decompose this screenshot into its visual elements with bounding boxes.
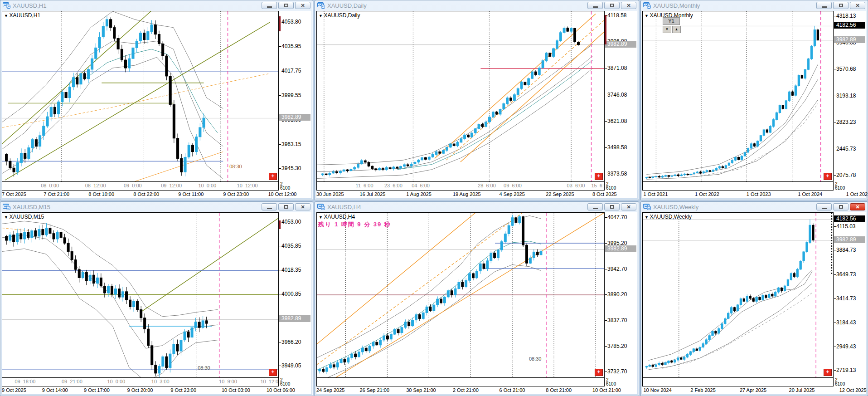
time-axis[interactable]: 30 Jun 202516 Jul 20251 Aug 202519 Aug 2… [316, 191, 637, 198]
session-label: 15_6:00 [591, 183, 605, 188]
session-label: 28_6:00 [478, 183, 496, 188]
price-axis[interactable]: 4053.004035.854018.354000.853966.203949.… [279, 212, 311, 378]
window-titlebar[interactable]: XAUUSD,H1✕ [0, 0, 313, 10]
current-price-tag: 3982.89 [834, 236, 865, 243]
time-axis-label: 10 Oct 03:00 [222, 387, 250, 393]
price-axis-label: 3884.73 [836, 247, 856, 253]
chart-plot-area[interactable]: ▼ XAUUSD,MonthlyY1▼▲+ [642, 11, 834, 182]
price-axis[interactable]: 4053.804035.954017.753999.553981.353963.… [279, 11, 311, 182]
window-controls: ✕ [587, 2, 636, 9]
bar-countdown-text: 残り 1 時間 9 分 39 秒 [318, 220, 391, 229]
session-label: 09_12:00 [161, 183, 182, 188]
price-axis[interactable]: 4118.583996.083871.083746.083621.083498.… [605, 11, 637, 182]
add-object-button[interactable]: + [824, 369, 832, 376]
time-axis-label: 1 Oct 2024 [798, 191, 822, 197]
time-axis[interactable]: 9 Oct 20259 Oct 14:009 Oct 17:009 Oct 20… [2, 386, 311, 394]
restore-button[interactable] [833, 203, 849, 210]
minimize-button[interactable] [587, 203, 603, 210]
session-label: 10_0:00 [198, 183, 216, 188]
current-price-tag: 3982.89 [834, 36, 865, 43]
time-axis-label: 8 Oct 22:00 [133, 191, 159, 197]
volume-scale-value: 6100 [606, 382, 637, 386]
chart-plot-area[interactable]: ▼ XAUUSD,H4残り 1 時間 9 分 39 秒+08:30 [316, 212, 605, 378]
price-axis-label: 3570.68 [836, 66, 856, 72]
time-axis-label: 20 Jul 2025 [789, 387, 815, 393]
close-button[interactable]: ✕ [295, 203, 310, 210]
time-axis-label: 22 Sep 2025 [546, 191, 574, 197]
high-price-tag: 4182.56 [834, 22, 865, 29]
add-object-button[interactable]: + [595, 173, 603, 180]
close-button[interactable]: ✕ [295, 2, 310, 9]
minimize-icon [267, 208, 272, 209]
minimize-button[interactable] [587, 2, 603, 9]
minimize-button[interactable] [262, 2, 277, 9]
time-marker-label: 08:30 [198, 365, 210, 371]
time-axis-label: 2 Oct 21:00 [453, 387, 479, 393]
restore-button[interactable] [278, 2, 294, 9]
chart-frame: ▼ XAUUSD,H4残り 1 時間 9 分 39 秒+08:304047.70… [316, 212, 637, 394]
price-chart-canvas[interactable] [643, 213, 833, 377]
time-axis-label: 1 Aug 2025 [406, 191, 432, 197]
time-axis-label: 19 Aug 2025 [453, 191, 481, 197]
add-object-button[interactable]: + [595, 369, 603, 376]
price-axis[interactable]: 4047.703995.203942.703890.203837.703785.… [605, 212, 637, 378]
close-button[interactable]: ✕ [850, 203, 865, 210]
close-button[interactable]: ✕ [850, 2, 865, 9]
restore-button[interactable] [833, 2, 849, 9]
window-titlebar[interactable]: XAUUSD,Monthly✕ [641, 0, 868, 10]
restore-button[interactable] [604, 203, 620, 210]
session-strip [642, 378, 834, 386]
price-chart-canvas[interactable] [317, 11, 604, 181]
minimize-button[interactable] [262, 203, 277, 210]
add-object-button[interactable]: + [824, 173, 832, 180]
time-axis[interactable]: 7 Oct 20257 Oct 21:008 Oct 10:008 Oct 22… [2, 191, 311, 198]
window-title: XAUUSD,Weekly [653, 204, 698, 210]
price-axis[interactable]: 4318.133940.683570.683193.182823.232445.… [834, 11, 866, 182]
session-label: 09_0:00 [124, 183, 142, 188]
time-axis[interactable]: 10 Nov 20242 Feb 202527 Apr 202520 Jul 2… [642, 386, 866, 394]
price-chart-canvas[interactable] [643, 11, 833, 181]
time-axis-label: 16 Jul 2025 [360, 191, 386, 197]
window-titlebar[interactable]: XAUUSD,H4✕ [315, 202, 639, 212]
minimize-button[interactable] [816, 2, 832, 9]
window-title: XAUUSD,Monthly [653, 2, 700, 9]
restore-button[interactable] [278, 203, 294, 210]
scale-down-button[interactable]: ▼ [663, 26, 671, 33]
chevron-down-icon: ▼ [319, 215, 324, 220]
plot-row: ▼ XAUUSD,H1+08:304053.804035.954017.7539… [2, 11, 311, 182]
price-chart-canvas[interactable] [317, 213, 604, 377]
close-button[interactable]: ✕ [621, 2, 636, 9]
chart-plot-area[interactable]: ▼ XAUUSD,Weekly+ [642, 212, 834, 378]
price-axis-label: 3999.55 [281, 92, 301, 98]
chart-window-monthly: XAUUSD,Monthly✕▼ XAUUSD,MonthlyY1▼▲+4318… [640, 0, 868, 200]
price-chart-canvas[interactable] [2, 213, 278, 377]
price-chart-canvas[interactable] [2, 11, 278, 181]
scale-up-button[interactable]: ▲ [672, 26, 681, 33]
session-label: 08_0:00 [41, 183, 59, 188]
add-object-button[interactable]: + [269, 369, 277, 376]
minimize-icon [822, 208, 827, 209]
window-titlebar[interactable]: XAUUSD,Weekly✕ [641, 202, 868, 212]
add-object-button[interactable]: + [269, 173, 277, 180]
time-axis[interactable]: 1 Oct 20211 Oct 20221 Oct 20231 Oct 2024… [642, 191, 866, 198]
minimize-button[interactable] [816, 203, 832, 210]
time-axis-label: 9 Oct 14:00 [42, 387, 68, 393]
time-axis-label: 8 Oct 2025 [592, 191, 617, 197]
time-axis[interactable]: 24 Sep 202526 Sep 21:0030 Sep 21:002 Oct… [316, 386, 637, 394]
volume-scale-value: 6100 [835, 382, 866, 386]
restore-button[interactable] [604, 2, 620, 9]
chart-plot-area[interactable]: ▼ XAUUSD,Daily+ [316, 11, 605, 182]
window-titlebar[interactable]: XAUUSD,Daily✕ [315, 0, 639, 10]
window-controls: ✕ [262, 203, 310, 210]
minimize-icon [593, 208, 598, 209]
window-titlebar[interactable]: XAUUSD,M15✕ [0, 202, 313, 212]
session-strip: 08_0:0008_12:0009_0:0009_12:0010_0:0010_… [2, 182, 279, 191]
chart-plot-area[interactable]: ▼ XAUUSD,H1+08:30 [2, 11, 279, 182]
price-axis[interactable]: 4115.033884.733649.733414.733184.432949.… [834, 212, 866, 378]
chart-legend-label: XAUUSD,Weekly [650, 214, 691, 220]
close-button[interactable]: ✕ [621, 203, 636, 210]
chart-plot-area[interactable]: ▼ XAUUSD,M15+08:30 [2, 212, 279, 378]
price-axis-label: 4047.70 [607, 214, 627, 220]
price-axis-label: 4017.75 [281, 68, 301, 74]
current-price-tag: 3982.89 [605, 41, 636, 48]
